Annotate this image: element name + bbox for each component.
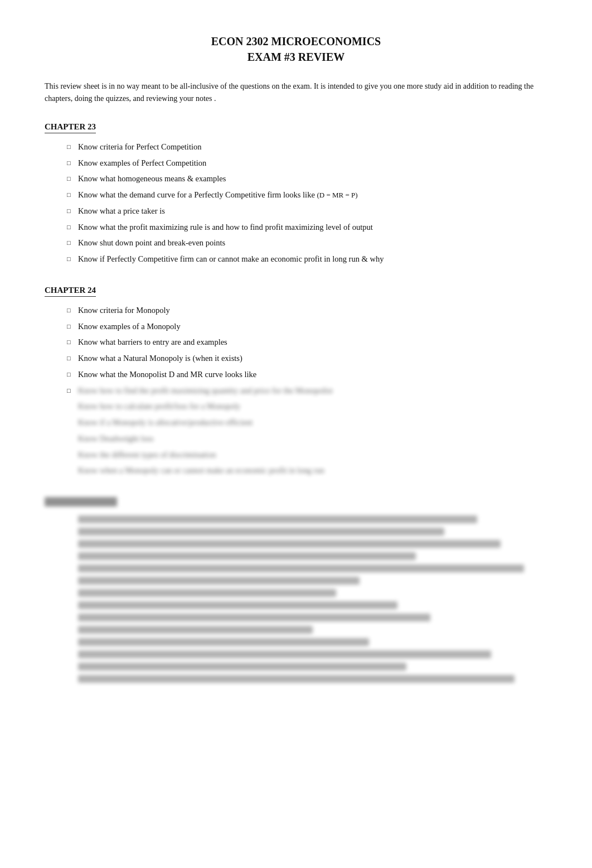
chapter-24-block: CHAPTER 24 Know criteria for Monopoly Kn… [45,286,547,477]
list-item: Know shut down point and break-even poin… [67,237,547,249]
chapter-25-block-blurred [45,497,547,683]
page-title: ECON 2302 MICROECONOMICS EXAM #3 REVIEW [45,33,547,65]
chapter-23-block: CHAPTER 23 Know criteria for Perfect Com… [45,122,547,266]
chapter-23-list: Know criteria for Perfect Competition Kn… [45,141,547,266]
list-item: Know what barriers to entry are and exam… [67,336,547,349]
list-item: Know if Perfectly Competitive firm can o… [67,253,547,266]
list-item-blurred: Know how to find the profit maximizing q… [67,385,547,478]
list-item: Know examples of Perfect Competition [67,157,547,170]
list-item: Know what the demand curve for a Perfect… [67,189,547,201]
list-item: Know what homogeneous means & examples [67,173,547,185]
list-item: Know what the profit maximizing rule is … [67,221,547,234]
list-item: Know examples of a Monopoly [67,321,547,333]
list-item: Know what a Natural Monopoly is (when it… [67,353,547,365]
chapter-24-list: Know criteria for Monopoly Know examples… [45,305,547,477]
chapter-24-header: CHAPTER 24 [45,286,96,297]
list-item: Know criteria for Perfect Competition [67,141,547,153]
list-item: Know what the Monopolist D and MR curve … [67,369,547,381]
list-item: Know criteria for Monopoly [67,305,547,317]
list-item: Know what a price taker is [67,205,547,218]
chapter-23-header: CHAPTER 23 [45,122,96,133]
intro-paragraph: This review sheet is in no way meant to … [45,80,547,105]
